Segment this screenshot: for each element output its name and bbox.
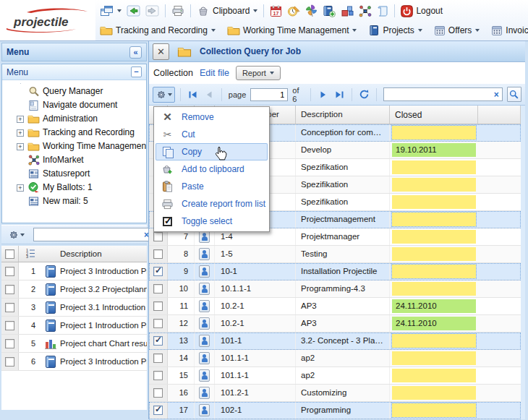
tree-item-tracking-and-recording[interactable]: + Tracking and Recording [2,126,146,140]
tree-item-statusreport[interactable]: Statusreport [2,167,146,181]
header-checkbox-cell[interactable] [1,246,19,262]
list-item[interactable]: 2 Project 3.2 Projectplanning [1,280,147,299]
sidebar-search-input[interactable] [34,229,141,240]
row-checkbox-cell[interactable] [149,263,168,280]
job-number-cell[interactable]: 101.1-1 [215,350,296,367]
list-item[interactable]: 5 Project chart Chart result [1,335,147,353]
table-row[interactable]: 9 10-1 Installation Projectile [149,263,521,280]
description-cell[interactable]: Develop [296,142,390,158]
tree-item-new-mail[interactable]: New mail: 5 [2,194,146,208]
row-checkbox[interactable] [153,284,163,293]
row-checkbox-cell[interactable] [1,280,19,298]
row-checkbox-cell[interactable] [149,350,168,367]
project-description[interactable]: Project 1 Introduction Pro [60,321,147,330]
row-checkbox-cell[interactable] [1,335,19,352]
clipboard-button[interactable]: Clipboard [195,4,259,17]
time-entry-button[interactable] [286,4,302,18]
menu-working-time-management[interactable]: Working Time Management [226,25,359,36]
table-row[interactable]: 11 10.2-1 AP3 24.11.2010 [149,298,521,315]
refresh-button[interactable] [357,87,371,102]
description-cell[interactable]: Installation Projectile [296,263,390,280]
job-number-cell[interactable]: 101.2-1 [215,385,296,401]
list-item[interactable]: 4 Project 1 Introduction Pro [1,317,147,335]
table-row[interactable]: 16 101.2-1 Customizing [149,385,521,402]
description-cell[interactable]: Conception for com… [296,124,390,141]
expand-plus-icon[interactable]: + [17,129,24,137]
sidebar-collapse-button[interactable]: « [129,46,142,59]
description-cell[interactable]: Projektmanager [296,228,390,245]
list-item[interactable]: 6 Project 3 Introduction Pro [1,353,147,371]
job-number-cell[interactable]: 101-1 [215,333,296,349]
row-checkbox[interactable] [153,353,163,363]
description-cell[interactable]: 3.2- Concept - 3 Pla… [296,333,390,349]
previous-page-button[interactable] [203,87,216,102]
components-button[interactable] [339,4,355,18]
row-checkbox[interactable] [153,388,163,398]
project-description[interactable]: Project chart Chart result [60,339,147,348]
knowledge-base-button[interactable] [321,4,337,18]
table-row[interactable]: 14 101.1-1 ap2 [149,350,521,367]
menu-item-paste[interactable]: Paste [156,178,268,195]
project-description[interactable]: Project 3 Introduction Pro [60,357,147,366]
network-button[interactable] [357,4,373,18]
row-checkbox-cell[interactable] [149,402,168,419]
description-cell[interactable]: Programming [296,402,390,419]
table-row[interactable]: 17 102-1 Programming [149,402,521,419]
last-page-button[interactable] [333,87,346,102]
table-row[interactable]: 10 10.1.1-1 Programming-4.3 [149,280,521,298]
row-checkbox[interactable] [5,357,14,367]
row-checkbox[interactable] [153,336,163,346]
back-button[interactable] [125,4,142,18]
row-checkbox[interactable] [153,406,163,415]
row-checkbox-cell[interactable] [149,367,168,384]
select-all-checkbox[interactable] [5,249,14,259]
job-number-cell[interactable]: 10.2-1 [215,298,296,314]
table-row[interactable]: 15 101.1-1 ap2 [149,367,521,385]
sidebar-gear-button[interactable] [5,227,27,243]
description-cell[interactable]: Spezifikation [296,194,390,210]
description-cell[interactable]: Programming-4.3 [296,280,390,297]
edit-file-link[interactable]: Edit file [200,68,229,78]
page-input[interactable] [250,88,288,101]
print-button[interactable] [170,4,186,17]
row-checkbox-cell[interactable] [149,298,168,314]
table-gear-button[interactable] [153,87,175,103]
clear-icon[interactable]: × [491,90,502,100]
row-checkbox[interactable] [5,303,14,312]
expand-plus-icon[interactable]: + [17,143,24,150]
row-checkbox[interactable] [5,339,14,348]
row-checkbox-cell[interactable] [149,385,168,401]
row-checkbox[interactable] [5,285,14,294]
table-row[interactable]: 8 1-5 Testing [149,246,521,263]
menu-tracking-and-recording[interactable]: Tracking and Recording [98,25,217,36]
job-number-cell[interactable]: 1-5 [215,246,296,262]
table-row[interactable]: 13 101-1 3.2- Concept - 3 Pla… [149,333,521,350]
logout-button[interactable]: Logout [399,4,444,18]
menu-item-toggle-select[interactable]: Toggle select [156,213,268,230]
description-cell[interactable]: Spezifikation [296,176,390,193]
tree-item-my-ballots[interactable]: + My Ballots: 1 [2,181,146,194]
scroll-button[interactable] [375,4,390,18]
row-checkbox[interactable] [5,267,14,276]
tree-item-infomarket[interactable]: InfoMarket [2,153,146,167]
row-checkbox[interactable] [153,249,163,259]
calendar-button[interactable]: 17 [268,4,284,18]
description-cell[interactable]: Projectmanagement [296,211,390,228]
description-cell[interactable]: Testing [296,246,390,262]
description-cell[interactable]: Spezifikation [296,159,390,176]
tree-item-navigate-document[interactable]: Navigate document [2,98,146,112]
window-stack-button[interactable] [98,4,123,18]
row-checkbox[interactable] [153,232,163,241]
menu-item-remove[interactable]: ✕ Remove [156,108,268,126]
job-number-cell[interactable]: 10.2-1 [215,315,296,332]
close-button[interactable]: ✕ [153,43,169,60]
menu-item-create-report-from-list[interactable]: Create report from list [156,195,268,213]
description-header[interactable]: Description [296,106,390,124]
next-page-button[interactable] [316,87,330,102]
row-checkbox-cell[interactable] [1,299,19,316]
menu-minimize-button[interactable]: − [131,67,142,77]
row-checkbox-cell[interactable] [149,280,168,297]
row-checkbox[interactable] [153,371,163,380]
project-description[interactable]: Project 3.2 Projectplanning [60,285,147,293]
description-cell[interactable]: Customizing [296,385,390,401]
